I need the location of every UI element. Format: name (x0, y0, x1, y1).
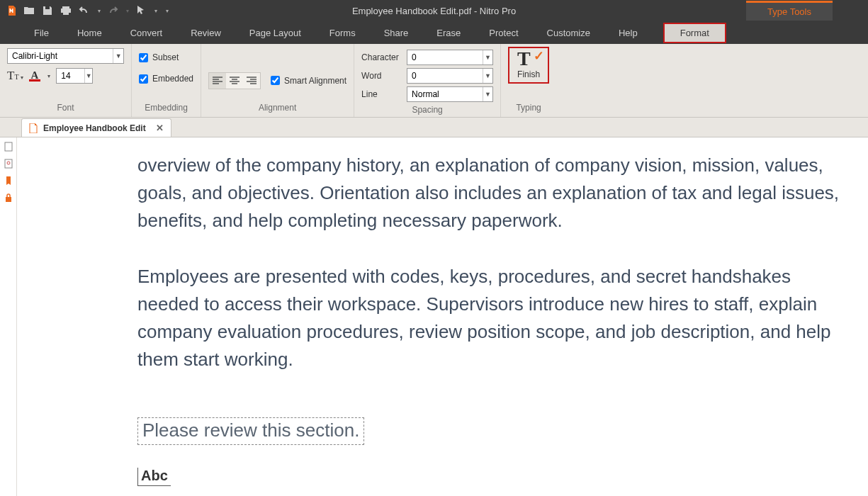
font-name-input[interactable] (8, 49, 113, 63)
app-icon (7, 6, 17, 16)
font-size-input[interactable] (57, 69, 84, 83)
font-color-dropdown-icon[interactable]: ▾ (47, 73, 50, 79)
embedded-checkbox[interactable] (139, 74, 148, 84)
chevron-down-icon[interactable]: ▼ (113, 49, 123, 63)
qat-customize-icon[interactable]: ▾ (166, 8, 169, 14)
finish-label: Finish (517, 69, 540, 79)
save-icon[interactable] (41, 4, 54, 17)
window-title: Employee Handbook Edit.pdf - Nitro Pro (352, 6, 516, 16)
svg-rect-7 (6, 197, 11, 202)
menu-erase[interactable]: Erase (422, 23, 475, 43)
smart-alignment-label: Smart Alignment (284, 76, 346, 86)
svg-rect-5 (5, 159, 12, 168)
ribbon-group-label: Typing (516, 100, 541, 117)
text-case-button[interactable]: TT▾ (7, 69, 23, 83)
ribbon-group-typing: T ✓ Finish Typing (501, 44, 556, 117)
svg-rect-1 (62, 6, 69, 9)
checkmark-icon: ✓ (534, 48, 544, 64)
menu-share[interactable]: Share (370, 23, 423, 43)
document-tab-title: Employee Handbook Edit (43, 123, 146, 133)
svg-rect-3 (63, 11, 69, 15)
embedded-label: Embedded (152, 74, 193, 84)
menu-help[interactable]: Help (604, 23, 652, 43)
ribbon-group-label: Spacing (412, 102, 442, 119)
ribbon-group-font: ▼ TT▾ A▾ ▼ Font (0, 44, 132, 117)
pages-panel-icon[interactable] (4, 142, 13, 152)
ribbon-group-alignment: Smart Alignment Alignment (201, 44, 354, 117)
bookmarks-panel-icon[interactable] (4, 176, 13, 186)
selection-tool-icon[interactable] (135, 4, 147, 17)
align-left-button[interactable] (209, 73, 226, 89)
text-cursor-placeholder[interactable]: Abc (137, 468, 171, 486)
document-paragraph: overview of the company history, an expl… (137, 152, 840, 235)
menu-convert[interactable]: Convert (116, 23, 177, 43)
subset-checkbox[interactable] (139, 53, 148, 62)
document-paragraph: Employees are presented with codes, keys… (137, 263, 840, 373)
menu-bar: File Home Convert Review Page Layout For… (0, 21, 868, 44)
font-size-combo[interactable]: ▼ (56, 68, 93, 84)
chevron-down-icon[interactable]: ▼ (483, 87, 492, 101)
menu-protect[interactable]: Protect (475, 23, 532, 43)
document-canvas[interactable]: overview of the company history, an expl… (17, 137, 868, 496)
ribbon-group-embedding: Subset Embedded Embedding (132, 44, 201, 117)
align-center-button[interactable] (226, 73, 243, 89)
subset-label: Subset (152, 52, 179, 62)
ribbon-group-label: Embedding (145, 100, 188, 117)
font-color-button[interactable]: A (29, 71, 41, 81)
document-tab-strip: Employee Handbook Edit ✕ (0, 118, 868, 137)
side-panel-strip (0, 137, 17, 496)
font-name-combo[interactable]: ▼ (7, 48, 124, 64)
print-icon[interactable] (60, 4, 72, 17)
selection-dropdown-icon[interactable]: ▾ (154, 8, 157, 14)
character-spacing-label: Character (361, 52, 404, 62)
document-icon (29, 123, 38, 133)
line-spacing-input[interactable] (407, 87, 483, 101)
menu-forms[interactable]: Forms (315, 23, 370, 43)
chevron-down-icon[interactable]: ▼ (84, 69, 92, 83)
svg-rect-0 (45, 6, 50, 9)
line-spacing-label: Line (361, 89, 404, 99)
chevron-down-icon[interactable]: ▼ (483, 50, 492, 64)
word-spacing-label: Word (361, 71, 404, 81)
menu-customize[interactable]: Customize (533, 23, 604, 43)
menu-page-layout[interactable]: Page Layout (235, 23, 315, 43)
undo-dropdown-icon[interactable]: ▾ (98, 8, 101, 14)
open-icon[interactable] (23, 4, 35, 17)
finish-button[interactable]: T ✓ Finish (508, 47, 549, 84)
line-spacing-combo[interactable]: ▼ (407, 86, 493, 102)
svg-point-6 (7, 162, 10, 164)
word-spacing-input[interactable] (407, 69, 483, 83)
menu-home[interactable]: Home (63, 23, 116, 43)
align-right-button[interactable] (243, 73, 260, 89)
text-annotation-box[interactable]: Please review this section. (137, 417, 364, 445)
redo-dropdown-icon[interactable]: ▾ (126, 8, 129, 14)
ribbon-group-label: Alignment (259, 100, 296, 117)
close-icon[interactable]: ✕ (156, 123, 164, 133)
title-bar: ▾ ▾ ▾ ▾ Employee Handbook Edit.pdf - Nit… (0, 0, 868, 21)
svg-rect-4 (5, 142, 12, 151)
search-panel-icon[interactable] (4, 159, 13, 169)
type-text-icon: T (517, 47, 531, 69)
character-spacing-combo[interactable]: ▼ (407, 50, 493, 65)
ribbon: ▼ TT▾ A▾ ▼ Font Subset Embedded Embeddin… (0, 44, 868, 118)
security-panel-icon[interactable] (4, 193, 13, 203)
word-spacing-combo[interactable]: ▼ (407, 68, 493, 84)
menu-format[interactable]: Format (663, 23, 726, 43)
ribbon-group-label: Font (57, 100, 74, 117)
ribbon-group-spacing: Character ▼ Word ▼ Line ▼ Spacing (354, 44, 501, 117)
work-area: overview of the company history, an expl… (0, 137, 868, 496)
contextual-tab-type-tools[interactable]: Type Tools (746, 1, 833, 21)
redo-icon[interactable] (106, 4, 119, 17)
document-tab[interactable]: Employee Handbook Edit ✕ (21, 118, 171, 137)
undo-icon[interactable] (78, 4, 91, 17)
character-spacing-input[interactable] (407, 50, 483, 64)
menu-file[interactable]: File (20, 23, 63, 43)
chevron-down-icon[interactable]: ▼ (483, 69, 492, 83)
menu-review[interactable]: Review (176, 23, 235, 43)
smart-alignment-checkbox[interactable] (271, 76, 280, 85)
